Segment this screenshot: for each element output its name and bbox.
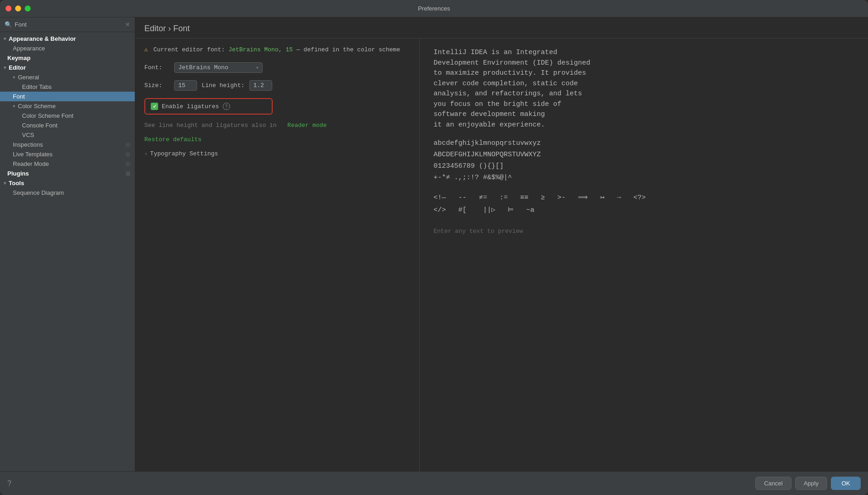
dropdown-arrow-icon: ▾ [256,65,258,71]
ok-button[interactable]: OK [831,477,861,490]
ligatures-label: Enable ligatures [162,103,219,110]
close-button[interactable] [5,6,11,11]
minimize-button[interactable] [15,6,21,11]
preview-lowercase: abcdefghijklmnopqrstuvwxyz [434,139,854,147]
question-mark-icon: ? [7,479,11,487]
search-icon: 🔍 [5,21,12,28]
maximize-button[interactable] [25,6,31,11]
size-input[interactable] [174,80,197,91]
live-templates-icon: ▤ [126,151,130,157]
preview-uppercase: ABCDEFGHIJKLMNOPQRSTUVWXYZ [434,151,854,159]
font-value: JetBrains Mono [178,64,228,71]
warning-icon: ⚠ [144,46,148,53]
chevron-down-icon-4: ▾ [13,104,15,109]
typography-settings-item[interactable]: › Typography Settings [144,150,410,157]
settings-body: ⚠ Current editor font: JetBrains Mono, 1… [135,38,868,471]
sidebar-tree: ▾ Appearance & Behavior Appearance Keyma… [0,32,135,471]
apply-button[interactable]: Apply [795,477,828,490]
main-panel: Editor › Font ⚠ Current editor font: Jet… [135,17,868,471]
typography-chevron-icon: › [144,151,148,157]
chevron-down-icon-3: ▾ [13,75,15,80]
sidebar-item-keymap[interactable]: Keymap [0,53,135,63]
font-settings-panel: ⚠ Current editor font: JetBrains Mono, 1… [135,38,419,471]
sidebar-item-vcs[interactable]: VCS [0,130,135,140]
sidebar-item-editor-tabs[interactable]: Editor Tabs [0,82,135,92]
sidebar-search-bar[interactable]: 🔍 ✕ [0,17,135,32]
sidebar-item-color-scheme-font[interactable]: Color Scheme Font [0,111,135,121]
sidebar-item-inspections[interactable]: Inspections ▤ [0,140,135,149]
line-height-input[interactable] [249,80,272,91]
sidebar-item-reader-mode[interactable]: Reader Mode ▤ [0,159,135,169]
cancel-button[interactable]: Cancel [755,477,791,490]
ligatures-checkbox[interactable] [151,103,158,110]
preview-ligatures1: <!— -- ≠= := ≡≡ ≥ >- ⟹ ↦ → <?> [434,193,854,202]
reader-mode-link[interactable]: Reader mode [287,122,327,129]
sidebar-item-color-scheme[interactable]: ▾ Color Scheme [0,101,135,111]
sidebar-item-console-font[interactable]: Console Font [0,121,135,130]
window-controls [5,6,31,11]
inspections-icon: ▤ [126,142,130,148]
preview-digits: 0123456789 (){}[] [434,162,854,170]
font-label: Font: [144,64,170,71]
chevron-down-icon: ▾ [4,36,6,41]
main-content: 🔍 ✕ ▾ Appearance & Behavior Appearance K… [0,17,868,471]
sidebar: 🔍 ✕ ▾ Appearance & Behavior Appearance K… [0,17,135,471]
warning-font-highlight: JetBrains Mono, 15 [228,46,292,53]
line-height-label: Line height: [202,82,245,89]
preview-symbols: +-*≠ .,;:!? #&$%@|^ [434,174,854,182]
search-input[interactable] [15,21,122,28]
breadcrumb: Editor › Font [144,24,190,33]
preferences-window: Preferences 🔍 ✕ ▾ Appearance & Behavior … [0,0,868,495]
dialog-footer: ? Cancel Apply OK [0,471,868,495]
reader-mode-icon: ▤ [126,161,130,167]
size-row: Size: Line height: [144,80,410,91]
sidebar-item-sequence-diagram[interactable]: Sequence Diagram [0,188,135,198]
typography-label: Typography Settings [150,150,218,157]
sidebar-item-appearance[interactable]: Appearance [0,44,135,53]
font-dropdown[interactable]: JetBrains Mono ▾ [174,62,263,73]
preview-ligatures2: </> #[ ||▷ ⊨ ~a [434,205,854,214]
help-icon[interactable]: ? [7,479,11,488]
font-warning: ⚠ Current editor font: JetBrains Mono, 1… [144,46,410,53]
preview-paragraph: IntelliJ IDEA is an Integrated Developme… [434,48,854,130]
reader-mode-hint: See line height and ligatures also in Re… [144,122,410,129]
window-title: Preferences [418,5,450,12]
size-label: Size: [144,82,170,89]
font-selector-row: Font: JetBrains Mono ▾ [144,62,410,73]
ligatures-help-icon[interactable]: ? [223,103,230,110]
sidebar-item-plugins[interactable]: Plugins ▤ [0,169,135,178]
footer-buttons: Cancel Apply OK [755,477,861,490]
sidebar-item-tools[interactable]: ▾ Tools [0,178,135,188]
ligatures-box[interactable]: Enable ligatures ? [144,98,273,115]
titlebar: Preferences [0,0,868,17]
sidebar-item-font[interactable]: Font [0,92,135,101]
sidebar-item-editor[interactable]: ▾ Editor [0,63,135,72]
settings-header: Editor › Font [135,17,868,38]
preview-enter-hint[interactable]: Enter any text to preview [434,228,854,235]
chevron-down-icon-2: ▾ [4,65,6,70]
plugins-icon: ▤ [126,170,130,176]
sidebar-item-live-templates[interactable]: Live Templates ▤ [0,149,135,159]
chevron-down-icon-5: ▾ [4,181,6,186]
restore-defaults-link[interactable]: Restore defaults [144,136,410,143]
sidebar-item-appearance-behavior[interactable]: ▾ Appearance & Behavior [0,34,135,44]
sidebar-item-general[interactable]: ▾ General [0,72,135,82]
font-preview-panel[interactable]: IntelliJ IDEA is an Integrated Developme… [419,38,868,471]
clear-icon[interactable]: ✕ [125,21,130,28]
